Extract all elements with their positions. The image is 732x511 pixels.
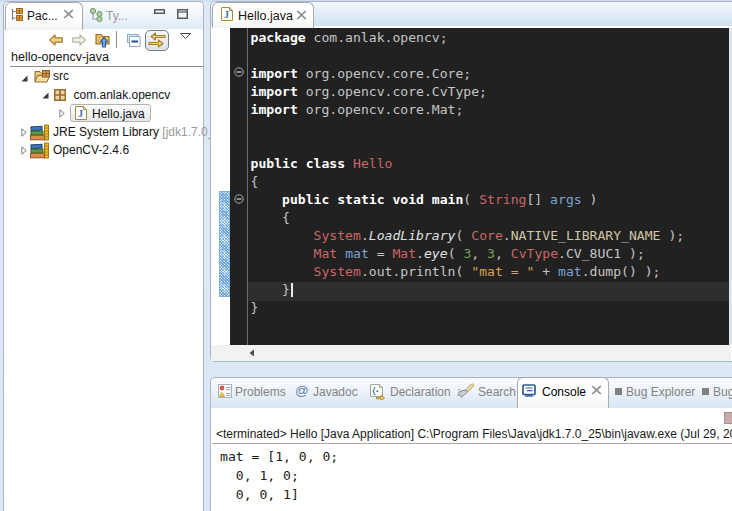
svg-text:J: J [78,108,83,119]
svg-text:J: J [224,9,229,20]
